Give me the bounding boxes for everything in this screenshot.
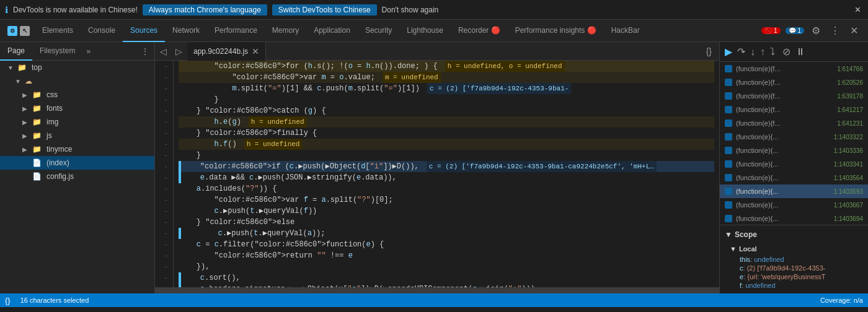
tab-hackbar[interactable]: HackBar [604, 20, 647, 42]
devtools-logo: ⚙ [7, 26, 17, 36]
tab-console[interactable]: Console [81, 20, 123, 42]
code-line-8: h.f()h = undefined [179, 139, 714, 150]
scope-this: this: undefined [730, 255, 863, 264]
breakpoint-marker-11[interactable] [179, 172, 181, 183]
tab-sources[interactable]: Sources [123, 20, 165, 42]
step-out-button[interactable]: ↑ [759, 45, 766, 59]
switch-language-button[interactable]: Switch DevTools to Chinese [272, 4, 377, 15]
callstack-checkbox-cs9 [725, 174, 732, 181]
line-num-5: - [160, 105, 168, 116]
close-file-tab[interactable]: ✕ [252, 46, 259, 56]
tree-item-index[interactable]: 📄(index) [0, 156, 154, 170]
tab-memory[interactable]: Memory [265, 20, 306, 42]
tab-performance[interactable]: Performance [207, 20, 265, 42]
callstack-loc-cs10: 1:1403593 [834, 188, 863, 195]
tab-network[interactable]: Network [165, 20, 207, 42]
code-line-14: c.▶push(t.▶queryVal(f)) [179, 206, 714, 217]
callstack-item-cs11[interactable]: (function(e){...1:1403667 [720, 198, 868, 212]
tree-item-tinymce[interactable]: ▶📁tinymce [0, 142, 154, 156]
pause-on-exceptions-button[interactable]: ⏸ [794, 45, 807, 59]
step-button[interactable]: ⤵ [769, 45, 776, 59]
close-notification-button[interactable]: × [852, 3, 863, 17]
tab-application[interactable]: Application [306, 20, 358, 42]
resume-button[interactable]: ▶ [724, 45, 733, 59]
deactivate-breakpoints-button[interactable]: ⊘ [781, 45, 792, 59]
line-numbers: ---------------------- [155, 61, 174, 287]
page-tab[interactable]: Page [0, 42, 32, 61]
tree-icon-img: 📁 [32, 118, 42, 126]
file-tab-appjs[interactable]: app.9c02244b.js ✕ [187, 42, 266, 61]
annotation-3: c = (2) ['f7a9b9d4-192c-4353-9ba1- [427, 83, 571, 94]
code-scroll-inner: ---------------------- "color:#c586c0">f… [155, 61, 719, 287]
callstack-item-cs8[interactable]: (function(e){...1:1403341 [720, 157, 868, 171]
callstack-item-cs6[interactable]: (function(e){...1:1403322 [720, 130, 868, 144]
scope-f: f: undefined [730, 281, 863, 290]
match-language-button[interactable]: Always match Chrome's language [143, 4, 267, 15]
more-tabs-button[interactable]: » [82, 42, 94, 60]
tree-label-css: css [46, 90, 58, 99]
callstack-item-cs3[interactable]: (function(e){f...1:639178 [720, 89, 868, 103]
format-icon[interactable]: {} [5, 296, 11, 305]
more-options-button[interactable]: ⋮ [828, 24, 843, 38]
tab-bar: ⚙ ↖ ElementsConsoleSourcesNetworkPerform… [0, 20, 868, 42]
filesystem-tab[interactable]: Filesystem [32, 42, 82, 61]
callstack-item-cs7[interactable]: (function(e){...1:1403336 [720, 144, 868, 157]
settings-button[interactable]: ⚙ [809, 24, 823, 38]
back-icon[interactable]: ◁ [157, 45, 169, 58]
main-area: Page Filesystem » ⋮ ▼📁top▼☁▶📁css▶📁fonts▶… [0, 42, 868, 293]
code-line-15: } "color:#c586c0">else [179, 217, 714, 228]
step-into-button[interactable]: ↓ [749, 45, 756, 59]
callstack-item-cs12[interactable]: (function(e){...1:1403694 [720, 212, 868, 225]
line-num-20: - [160, 272, 168, 284]
tree-item-fonts[interactable]: ▶📁fonts [0, 102, 154, 115]
forward-icon[interactable]: ▷ [173, 45, 185, 58]
callstack-item-cs5[interactable]: (function(e){f...1:641231 [720, 116, 868, 130]
breakpoint-marker-20[interactable] [179, 272, 181, 284]
line-num-8: - [160, 139, 168, 150]
scope-header[interactable]: ▼ Scope [725, 228, 863, 241]
breakpoint-marker-10[interactable] [179, 161, 181, 172]
tree-item-top[interactable]: ▼📁top [0, 61, 154, 74]
tree-item-img[interactable]: ▶📁img [0, 115, 154, 129]
callstack-item-cs4[interactable]: (function(e){f...1:641217 [720, 103, 868, 116]
tab-lighthouse[interactable]: Lighthouse [399, 20, 451, 42]
step-over-button[interactable]: ↷ [736, 45, 746, 59]
line-num-21: - [160, 284, 168, 287]
callstack-loc-cs5: 1:641231 [837, 120, 863, 127]
code-line-21: e.headers.signature ▶= ▶Object(u["a"])▶D… [179, 284, 714, 287]
callstack-checkbox-cs5 [725, 119, 732, 127]
breakpoint-marker-21[interactable] [179, 284, 181, 287]
callstack-name-cs1: (function(e){f... [736, 65, 833, 72]
callstack-item-cs1[interactable]: (function(e){f...1:614766 [720, 62, 868, 76]
close-devtools-button[interactable]: ✕ [848, 24, 861, 38]
tab-security[interactable]: Security [358, 20, 399, 42]
tab-elements[interactable]: Elements [35, 20, 81, 42]
line-num-13: - [160, 194, 168, 206]
tab-recorder[interactable]: Recorder 🔴 [451, 20, 508, 42]
tree-item-cloud[interactable]: ▼☁ [0, 74, 154, 88]
callstack-name-cs10: (function(e){... [736, 188, 830, 195]
tree-item-config[interactable]: 📄config.js [0, 170, 154, 183]
callstack-item-cs2[interactable]: (function(e){f...1:620526 [720, 76, 868, 89]
annotation-1: h = undefined, o = undefined [445, 61, 565, 72]
breakpoint-marker-16[interactable] [179, 228, 181, 239]
dont-show-link[interactable]: Don't show again [382, 6, 439, 14]
tree-item-js[interactable]: ▶📁js [0, 129, 154, 142]
notification-bar: ℹ DevTools is now available in Chinese! … [0, 0, 868, 20]
tree-options-button[interactable]: ⋮ [138, 45, 152, 58]
debugger-toolbar: ▶ ↷ ↓ ↑ ⤵ ⊘ ⏸ [720, 42, 868, 62]
line-num-2: - [160, 72, 168, 83]
tab-performance-insights[interactable]: Performance insights 🔴 [508, 20, 604, 42]
tree-icon-tinymce: 📁 [32, 145, 42, 154]
callstack-loc-cs9: 1:1403564 [834, 175, 863, 181]
line-num-1: - [160, 61, 168, 72]
tree-item-css[interactable]: ▶📁css [0, 88, 154, 102]
local-header[interactable]: ▼ Local [730, 243, 863, 255]
horizontal-scrollbar[interactable] [155, 287, 719, 293]
navigate-back-button: ◁ ▷ [155, 42, 187, 61]
code-content[interactable]: ---------------------- "color:#c586c0">f… [155, 61, 719, 287]
prettify-button[interactable]: {} [704, 45, 714, 58]
error-badge: 🚫 1 [761, 27, 780, 34]
callstack-item-cs9[interactable]: (function(e){...1:1403564 [720, 171, 868, 184]
callstack-item-cs10[interactable]: (function(e){...1:1403593 [720, 184, 868, 198]
